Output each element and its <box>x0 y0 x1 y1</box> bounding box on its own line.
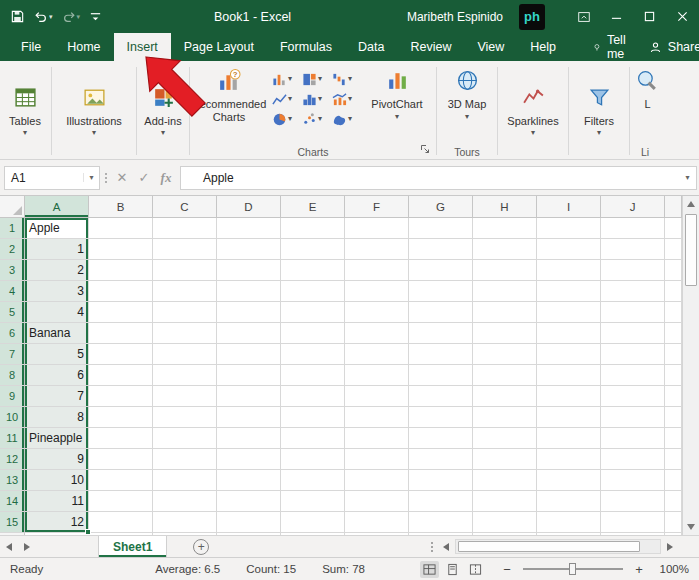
cell-F14[interactable] <box>345 491 409 512</box>
cell-F8[interactable] <box>345 365 409 386</box>
customize-quick-access-button[interactable] <box>89 10 102 23</box>
cell-B11[interactable] <box>89 428 153 449</box>
cell-I6[interactable] <box>537 323 601 344</box>
cell-A1[interactable]: Apple <box>25 218 89 239</box>
column-header-J[interactable]: J <box>601 196 665 218</box>
cell-C13[interactable] <box>153 470 217 491</box>
cell-A15[interactable]: 12 <box>25 512 89 533</box>
cell-E4[interactable] <box>281 281 345 302</box>
cell-D11[interactable] <box>217 428 281 449</box>
row-header-2[interactable]: 2 <box>0 239 25 260</box>
cell-G4[interactable] <box>409 281 473 302</box>
column-header-A[interactable]: A <box>25 196 89 218</box>
horizontal-scroll-thumb[interactable] <box>458 541 640 552</box>
cell-G16[interactable] <box>409 533 473 535</box>
cell-F10[interactable] <box>345 407 409 428</box>
tab-review[interactable]: Review <box>397 33 464 61</box>
cell-H7[interactable] <box>473 344 537 365</box>
row-header-8[interactable]: 8 <box>0 365 25 386</box>
recommended-charts-button[interactable]: ? Recommended Charts <box>193 65 265 126</box>
cell-G13[interactable] <box>409 470 473 491</box>
cell-D1[interactable] <box>217 218 281 239</box>
tab-help[interactable]: Help <box>517 33 569 61</box>
vertical-scrollbar[interactable] <box>682 196 699 535</box>
horizontal-scroll-track[interactable] <box>455 539 661 554</box>
scatter-chart-button[interactable]: ▾ <box>297 109 327 129</box>
page-layout-view-button[interactable] <box>443 561 462 578</box>
illustrations-button[interactable]: Illustrations ▾ <box>55 82 133 141</box>
cell-A5[interactable]: 4 <box>25 302 89 323</box>
tab-data[interactable]: Data <box>345 33 397 61</box>
cell-C1[interactable] <box>153 218 217 239</box>
formula-bar-handle[interactable] <box>100 173 112 183</box>
3d-map-button[interactable]: 3D Map ▾ <box>446 65 489 124</box>
cell-C8[interactable] <box>153 365 217 386</box>
cell-I11[interactable] <box>537 428 601 449</box>
row-header-3[interactable]: 3 <box>0 260 25 281</box>
maximize-button[interactable] <box>633 0 666 33</box>
column-chart-button[interactable]: ▾ <box>267 69 297 89</box>
cell-J13[interactable] <box>601 470 665 491</box>
cell-A11[interactable]: Pineapple <box>25 428 89 449</box>
cell-C4[interactable] <box>153 281 217 302</box>
insert-function-button[interactable]: fx <box>156 166 176 190</box>
cell-H6[interactable] <box>473 323 537 344</box>
vertical-scroll-thumb[interactable] <box>685 214 697 286</box>
combo-chart-button[interactable]: ▾ <box>327 89 357 109</box>
cell-E10[interactable] <box>281 407 345 428</box>
scroll-right-button[interactable] <box>661 543 679 551</box>
cell-F12[interactable] <box>345 449 409 470</box>
cell-I14[interactable] <box>537 491 601 512</box>
sheet-nav-right-button[interactable] <box>18 536 36 557</box>
cell-I1[interactable] <box>537 218 601 239</box>
line-chart-button[interactable]: ▾ <box>267 89 297 109</box>
column-header-D[interactable]: D <box>217 196 281 218</box>
cell-B12[interactable] <box>89 449 153 470</box>
cell-A13[interactable]: 10 <box>25 470 89 491</box>
cell-H9[interactable] <box>473 386 537 407</box>
cell-B7[interactable] <box>89 344 153 365</box>
cell-E13[interactable] <box>281 470 345 491</box>
cell-A6[interactable]: Banana <box>25 323 89 344</box>
add-ins-button[interactable]: Add-ins ▾ <box>140 82 186 141</box>
cell-H13[interactable] <box>473 470 537 491</box>
cell-D12[interactable] <box>217 449 281 470</box>
cell-E12[interactable] <box>281 449 345 470</box>
undo-button[interactable]: ▾ <box>34 10 53 24</box>
row-header-9[interactable]: 9 <box>0 386 25 407</box>
cell-F2[interactable] <box>345 239 409 260</box>
cell-E15[interactable] <box>281 512 345 533</box>
formula-input[interactable]: Apple <box>180 166 679 190</box>
select-all-button[interactable] <box>0 196 25 218</box>
cell-J2[interactable] <box>601 239 665 260</box>
zoom-in-button[interactable]: + <box>633 562 645 577</box>
tab-formulas[interactable]: Formulas <box>267 33 345 61</box>
cell-D9[interactable] <box>217 386 281 407</box>
cell-H10[interactable] <box>473 407 537 428</box>
row-header-14[interactable]: 14 <box>0 491 25 512</box>
cell-C7[interactable] <box>153 344 217 365</box>
name-box-dropdown[interactable]: ▾ <box>83 173 99 182</box>
pivotchart-button[interactable]: PivotChart ▾ <box>365 65 429 124</box>
normal-view-button[interactable] <box>420 561 439 578</box>
charts-dialog-launcher[interactable] <box>420 143 430 157</box>
cell-F1[interactable] <box>345 218 409 239</box>
cell-B10[interactable] <box>89 407 153 428</box>
cell-J5[interactable] <box>601 302 665 323</box>
cell-A9[interactable]: 7 <box>25 386 89 407</box>
cell-D2[interactable] <box>217 239 281 260</box>
new-sheet-button[interactable]: + <box>193 539 209 555</box>
tab-home[interactable]: Home <box>54 33 113 61</box>
filters-button[interactable]: Filters ▾ <box>572 82 626 141</box>
cell-G10[interactable] <box>409 407 473 428</box>
map-chart-button[interactable]: ▾ <box>327 109 357 129</box>
cell-E5[interactable] <box>281 302 345 323</box>
cell-E7[interactable] <box>281 344 345 365</box>
cell-F11[interactable] <box>345 428 409 449</box>
cell-C2[interactable] <box>153 239 217 260</box>
cell-E9[interactable] <box>281 386 345 407</box>
sheet-tab-sheet1[interactable]: Sheet1 <box>98 536 167 557</box>
column-header-B[interactable]: B <box>89 196 153 218</box>
cell-F9[interactable] <box>345 386 409 407</box>
cell-B5[interactable] <box>89 302 153 323</box>
